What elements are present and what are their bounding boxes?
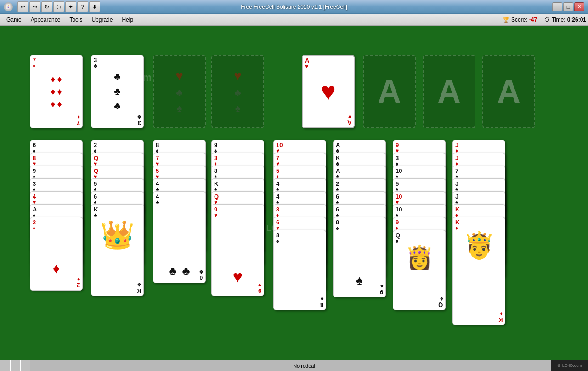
close-button[interactable]: ✕ xyxy=(574,2,584,11)
foundation-slot-3[interactable]: A xyxy=(423,55,475,128)
menu-game[interactable]: Game xyxy=(2,15,26,24)
col6-card7[interactable]: 9♠ ♠ 9♠ xyxy=(333,217,386,297)
card-rank-bot: 3 xyxy=(138,120,141,126)
menu-appearance[interactable]: Appearance xyxy=(26,15,65,24)
col2-card6-king[interactable]: K♣ 👑 K♣ xyxy=(91,204,144,296)
maximize-button[interactable]: □ xyxy=(563,2,573,11)
toolbar-btn-6[interactable]: ? xyxy=(77,1,88,12)
minimize-button[interactable]: ─ xyxy=(552,2,562,11)
timer-display: ⏱ Time: 0:26:01 xyxy=(544,17,586,23)
status-panel-3 xyxy=(20,360,30,371)
score-area: 🏆 Score: -47 ⏱ Time: 0:26:01 xyxy=(503,17,586,23)
lo4d-badge: ⊕ LO4D.com xyxy=(551,360,588,371)
card-suit: ♥ xyxy=(305,63,308,69)
time-label: Time: xyxy=(552,17,565,23)
game-area[interactable]: LO4D.com LO4D.com 7 ♦ ♦♦ ♦♦ ♦♦ 7 ♦ 3 ♣ ♣… xyxy=(0,26,588,371)
col7-card8-queen[interactable]: Q♠ 👸 Q♠ xyxy=(393,230,446,310)
toolbar-btn-1[interactable]: ↩ xyxy=(17,1,28,12)
menu-tools[interactable]: Tools xyxy=(65,15,87,24)
score-display: 🏆 Score: -47 xyxy=(503,17,537,23)
titlebar: 🃏 ↩ ↪ ↻ ⭮ ✦ ? ⬇ Free FreeCell Solitaire … xyxy=(0,0,588,14)
card-suit: ♦ xyxy=(33,63,35,68)
col1-card7[interactable]: 2♦ ♦ 2♦ xyxy=(30,217,83,291)
col8-card7-king[interactable]: K♦ 🤴 K♦ xyxy=(452,217,505,325)
col3-card5[interactable]: 4♣ ♣♣ 4♣ xyxy=(153,191,206,283)
status-panel-2 xyxy=(10,360,20,371)
freecell-card-1[interactable]: 7 ♦ ♦♦ ♦♦ ♦♦ 7 ♦ xyxy=(30,55,83,128)
card-rank-bot: A xyxy=(347,120,351,126)
toolbar-btn-4[interactable]: ⭮ xyxy=(53,1,64,12)
card-suit-bot: ♥ xyxy=(348,114,351,120)
window-controls: ─ □ ✕ xyxy=(552,2,584,11)
menu-upgrade[interactable]: Upgrade xyxy=(87,15,117,24)
toolbar-area: ↩ ↪ ↻ ⭮ ✦ ? ⬇ xyxy=(16,1,102,12)
toolbar-btn-2[interactable]: ↪ xyxy=(29,1,40,12)
status-message: No redeal xyxy=(30,363,578,369)
time-value: 0:26:01 xyxy=(567,17,586,23)
app-icon: 🃏 xyxy=(4,2,13,11)
status-panel-1 xyxy=(0,360,10,371)
foundation-card-1[interactable]: A ♥ ♥ A ♥ xyxy=(302,55,355,128)
card-suit-bot: ♦ xyxy=(77,114,80,120)
toolbar-btn-5[interactable]: ✦ xyxy=(65,1,76,12)
col4-card6[interactable]: 9♥ ♥ 9♥ xyxy=(211,204,264,296)
freecell-slot-3[interactable]: ♥ ♣ ♠ xyxy=(153,55,206,128)
card-suit-bot: ♣ xyxy=(137,114,141,120)
card-rank-bot: 7 xyxy=(77,120,80,126)
toolbar-btn-3[interactable]: ↻ xyxy=(41,1,52,12)
foundation-slot-4[interactable]: A xyxy=(482,55,535,128)
toolbar-btn-7[interactable]: ⬇ xyxy=(89,1,100,12)
foundation-slot-2[interactable]: A xyxy=(363,55,416,128)
score-value: -47 xyxy=(529,17,537,23)
freecell-slot-4[interactable]: ♥ ♣ ♠ xyxy=(211,55,264,128)
score-label: Score: xyxy=(511,17,527,23)
menu-help[interactable]: Help xyxy=(117,15,138,24)
menu-items: Game Appearance Tools Upgrade Help xyxy=(2,15,138,24)
title-left: 🃏 ↩ ↪ ↻ ⭮ ✦ ? ⬇ xyxy=(4,1,102,12)
col5-card8[interactable]: 8♠ 8♠ xyxy=(273,230,326,310)
statusbar: No redeal ⊕ LO4D.com xyxy=(0,360,588,371)
menubar: Game Appearance Tools Upgrade Help 🏆 Sco… xyxy=(0,14,588,26)
card-suit: ♣ xyxy=(94,63,97,68)
window-title: Free FreeCell Solitaire 2010 v1.1 [FreeC… xyxy=(241,4,347,10)
freecell-card-2[interactable]: 3 ♣ ♣♣♣ 3 ♣ xyxy=(91,55,144,128)
